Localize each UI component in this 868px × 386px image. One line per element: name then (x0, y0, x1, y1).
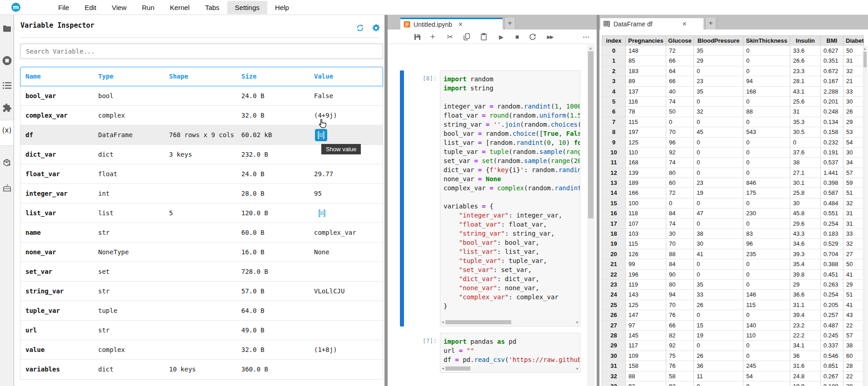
df-cell: 89 (626, 76, 666, 86)
df-cell: 66 (666, 56, 694, 66)
menu-edit[interactable]: Edit (77, 1, 104, 14)
df-index-cell: 32 (602, 371, 626, 381)
df-cell: 30 (790, 198, 821, 208)
table-of-contents-icon[interactable] (0, 82, 14, 89)
df-cell: 33.6 (790, 46, 821, 56)
cell-horizontal-scrollbar[interactable]: ◂▸ (441, 319, 579, 325)
df-cell: 0 (743, 117, 790, 127)
cell-horizontal-scrollbar[interactable]: ◂▸ (441, 366, 579, 371)
df-cell: 0 (743, 138, 790, 148)
new-tab-button[interactable]: + (504, 18, 515, 30)
df-cell: 31 (843, 208, 864, 218)
code-cell[interactable]: import pandas as pdurl = ""df = pd.read_… (440, 333, 580, 373)
df-cell: 32 (843, 66, 864, 76)
df-cell: 32 (843, 198, 864, 208)
df-cell: 32 (843, 239, 864, 249)
variable-row-complex_var: complex_varcomplex32.0 B(4+9j) (20, 106, 383, 125)
df-cell: 37.6 (790, 148, 821, 158)
files-icon[interactable] (0, 25, 14, 32)
df-index-cell: 21 (602, 259, 626, 269)
restart-kernel-icon[interactable] (528, 30, 538, 44)
cut-icon[interactable]: ✂ (444, 30, 455, 44)
cell: 5 (169, 209, 173, 217)
save-icon[interactable] (413, 30, 422, 44)
df-cell: 0 (743, 259, 790, 269)
df-column-header-glucose: Glucose (666, 36, 694, 46)
df-cell: 23 (694, 76, 743, 86)
new-tab-button[interactable]: + (705, 18, 716, 30)
close-icon[interactable]: × (459, 20, 463, 29)
df-cell: 0 (743, 148, 790, 158)
run-icon[interactable]: ▶ (497, 30, 506, 44)
app-logo-icon[interactable]: m (11, 3, 20, 12)
df-cell: 39.8 (790, 270, 821, 280)
running-kernels-icon[interactable] (0, 55, 14, 66)
notebook-vertical-scrollbar[interactable]: ▲ (587, 45, 594, 386)
refresh-icon[interactable] (356, 24, 364, 32)
df-cell: 41 (843, 270, 864, 280)
df-cell: 0 (694, 117, 743, 127)
df-row: 4137403516843.12.28833 (602, 87, 864, 97)
cell: 360.0 B (241, 366, 268, 373)
extension-manager-icon[interactable] (0, 103, 14, 113)
variable-row-set_var: set_varset728.0 B (20, 262, 383, 282)
menu-view[interactable]: View (104, 1, 134, 14)
panel-splitter[interactable] (384, 15, 388, 386)
df-index-cell: 27 (602, 321, 626, 331)
df-cell: 145 (626, 331, 666, 341)
df-cell: 175 (743, 188, 790, 198)
df-index-cell: 28 (602, 331, 626, 341)
df-cell: 0.134 (821, 117, 843, 127)
cell-collapser[interactable] (400, 70, 404, 327)
variable-row-none_var: none_varNoneType16.0 BNone (20, 242, 383, 262)
df-row: 14166721917525.80.58751 (602, 188, 864, 198)
search-input[interactable] (20, 44, 383, 59)
menu-run[interactable]: Run (134, 1, 162, 14)
menu-kernel[interactable]: Kernel (162, 1, 197, 14)
more-commands-icon[interactable]: ··· (580, 30, 592, 44)
df-cell: 96 (666, 138, 694, 148)
cell: 57.0 B (241, 287, 264, 295)
df-cell: 31 (843, 56, 864, 66)
add-cell-icon[interactable]: + (428, 30, 438, 44)
df-cell: 24.8 (790, 371, 821, 381)
stop-icon[interactable]: ■ (513, 30, 522, 44)
menu-help[interactable]: Help (267, 1, 297, 14)
df-cell: 29 (790, 280, 821, 290)
cell: str (98, 327, 110, 334)
copy-icon[interactable] (462, 30, 472, 44)
restart-run-all-icon[interactable]: ▶▶ (544, 30, 556, 44)
menu-file[interactable]: File (50, 1, 77, 14)
paste-icon[interactable] (479, 30, 489, 44)
df-cell: 126 (626, 249, 666, 259)
df-row: 1810330388343.30.18333 (602, 229, 864, 239)
cell: 32.0 B (241, 112, 264, 119)
df-cell: 66 (666, 321, 694, 331)
cell: DataFrame (98, 131, 133, 139)
menu-settings[interactable]: Settings (227, 1, 267, 14)
show-value-button[interactable] (318, 209, 326, 217)
cell-value: 29.77 (314, 170, 333, 178)
tab-dataframe-df[interactable]: DataFrame df × (600, 18, 703, 30)
df-cell: 43.3 (790, 229, 821, 239)
df-cell: 0.388 (821, 259, 843, 269)
show-value-button[interactable] (315, 129, 327, 141)
cell: 60.02 kB (241, 131, 272, 139)
df-index-cell: 9 (602, 138, 626, 148)
df-cell: 32 (694, 107, 743, 117)
column-header-type: Type (98, 73, 114, 80)
df-cell: 0 (694, 259, 743, 269)
mouse-cursor (318, 119, 328, 129)
code-cell[interactable]: import randomimport string integer_var =… (440, 70, 580, 327)
df-cell: 0 (694, 158, 743, 168)
object-export-icon[interactable] (0, 158, 14, 168)
df-cell: 34 (843, 158, 864, 168)
close-icon[interactable]: × (683, 20, 687, 28)
cake-icon[interactable] (0, 183, 14, 192)
tab-untitled-ipynb[interactable]: Untitled.ipynb × (400, 18, 503, 30)
df-row: 28145821911022.20.24557 (602, 331, 864, 341)
menu-tabs[interactable]: Tabs (197, 1, 227, 14)
dataframe-vertical-scrollbar[interactable]: ▲ (863, 46, 868, 386)
gear-icon[interactable] (372, 24, 380, 32)
variable-inspector-tab-icon[interactable]: (x) (0, 126, 14, 134)
